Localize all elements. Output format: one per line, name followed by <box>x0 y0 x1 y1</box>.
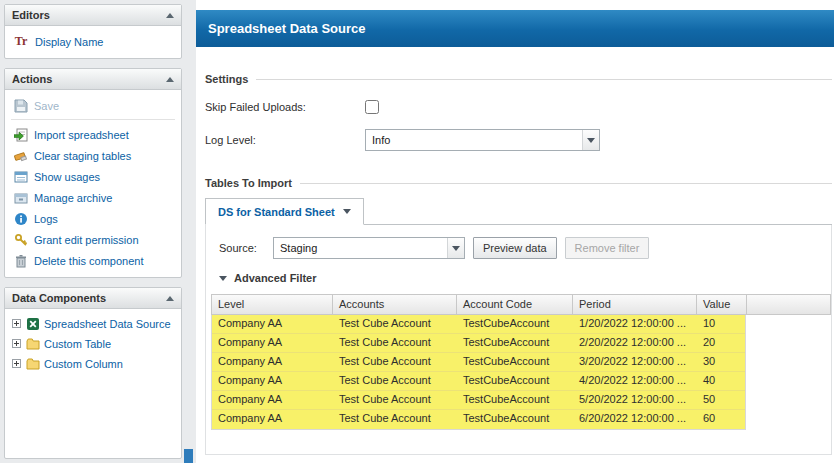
settings-section-title: Settings <box>205 73 248 85</box>
expander-down-icon <box>219 276 227 281</box>
cell-level: Company AA <box>212 410 333 429</box>
column-header-filler <box>747 295 830 314</box>
sidebar: Editors Tr Display Name Actions Save <box>0 0 196 463</box>
data-components-panel-body: Spreadsheet Data Source Custom Table Cus <box>5 309 181 380</box>
tree-item-custom-column[interactable]: Custom Column <box>5 354 181 374</box>
table-row[interactable]: Company AA Test Cube Account TestCubeAcc… <box>212 334 745 353</box>
table-row[interactable]: Company AA Test Cube Account TestCubeAcc… <box>212 353 745 372</box>
action-label[interactable]: Import spreadsheet <box>34 129 129 141</box>
folder-icon <box>25 357 40 371</box>
divider <box>256 79 832 80</box>
tab-ds-for-standard-sheet[interactable]: DS for Standard Sheet <box>205 198 364 225</box>
chevron-down-icon[interactable] <box>343 209 351 214</box>
chevron-down-icon[interactable] <box>582 130 599 150</box>
skip-failed-uploads-label: Skip Failed Uploads: <box>205 101 365 113</box>
action-logs[interactable]: Logs <box>5 208 181 229</box>
log-level-select[interactable]: Info <box>365 129 600 151</box>
editors-panel-header[interactable]: Editors <box>5 5 181 26</box>
tr-text-icon: Tr <box>13 34 29 49</box>
collapse-icon[interactable] <box>166 296 174 301</box>
source-select[interactable]: Staging <box>273 237 465 259</box>
expand-plus-icon[interactable] <box>12 338 21 350</box>
editor-item-display-name[interactable]: Tr Display Name <box>5 31 181 52</box>
tab-content-panel: Source: Staging Preview data Remove filt… <box>205 225 832 455</box>
page-title: Spreadsheet Data Source <box>208 21 366 36</box>
log-level-row: Log Level: Info <box>205 129 834 151</box>
collapse-icon[interactable] <box>166 77 174 82</box>
actions-panel-title: Actions <box>12 73 52 85</box>
editors-panel-body: Tr Display Name <box>5 26 181 58</box>
page-title-bar: Spreadsheet Data Source <box>196 10 834 47</box>
eraser-icon <box>13 149 28 163</box>
chevron-down-icon[interactable] <box>447 238 464 258</box>
tree-item-custom-table[interactable]: Custom Table <box>5 334 181 354</box>
advanced-filter-label: Advanced Filter <box>234 272 317 284</box>
tree-item-label[interactable]: Custom Table <box>44 338 111 350</box>
folder-icon <box>25 337 40 351</box>
collapse-icon[interactable] <box>166 13 174 18</box>
actions-panel-header[interactable]: Actions <box>5 69 181 90</box>
action-import-spreadsheet[interactable]: Import spreadsheet <box>5 124 181 145</box>
column-header-account-code[interactable]: Account Code <box>457 295 573 314</box>
action-manage-archive[interactable]: Manage archive <box>5 187 181 208</box>
column-header-accounts[interactable]: Accounts <box>333 295 457 314</box>
action-grant-edit-permission[interactable]: Grant edit permission <box>5 229 181 250</box>
main-area: Spreadsheet Data Source Settings Skip Fa… <box>196 0 836 463</box>
cell-account-code: TestCubeAccount <box>457 372 573 390</box>
tables-to-import-section-header: Tables To Import <box>205 177 834 189</box>
action-label[interactable]: Manage archive <box>34 192 112 204</box>
action-clear-staging-tables[interactable]: Clear staging tables <box>5 145 181 166</box>
action-label[interactable]: Logs <box>34 213 58 225</box>
cell-account-code: TestCubeAccount <box>457 391 573 409</box>
divider <box>11 119 175 120</box>
data-components-panel-header[interactable]: Data Components <box>5 288 181 309</box>
advanced-filter-toggle[interactable]: Advanced Filter <box>206 272 831 284</box>
settings-section-header: Settings <box>205 73 834 85</box>
splitter-grip[interactable] <box>184 449 193 463</box>
editor-item-label[interactable]: Display Name <box>35 36 103 48</box>
tree-item-spreadsheet-data-source[interactable]: Spreadsheet Data Source <box>5 314 181 334</box>
expand-plus-icon[interactable] <box>12 358 21 370</box>
table-row[interactable]: Company AA Test Cube Account TestCubeAcc… <box>212 372 745 391</box>
save-button[interactable]: Save <box>5 95 181 116</box>
main-content: Settings Skip Failed Uploads: Log Level:… <box>196 47 834 463</box>
expand-plus-icon[interactable] <box>12 318 21 330</box>
remove-filter-button[interactable]: Remove filter <box>565 237 650 259</box>
source-label: Source: <box>219 242 265 254</box>
cell-accounts: Test Cube Account <box>333 372 457 390</box>
cell-accounts: Test Cube Account <box>333 410 457 429</box>
action-label[interactable]: Grant edit permission <box>34 234 139 246</box>
column-header-level[interactable]: Level <box>212 295 333 314</box>
table-row[interactable]: Company AA Test Cube Account TestCubeAcc… <box>212 315 745 334</box>
tables-tabstrip: DS for Standard Sheet <box>205 198 832 225</box>
actions-panel-body: Save Import spreadsheet Clear staging ta… <box>5 90 181 277</box>
source-value: Staging <box>274 242 447 254</box>
table-row[interactable]: Company AA Test Cube Account TestCubeAcc… <box>212 410 745 429</box>
grid-body: Company AA Test Cube Account TestCubeAcc… <box>211 315 746 430</box>
column-header-value[interactable]: Value <box>697 295 747 314</box>
tree-item-label[interactable]: Custom Column <box>44 358 123 370</box>
cell-value: 20 <box>697 334 747 352</box>
cell-value: 40 <box>697 372 747 390</box>
tree-item-label[interactable]: Spreadsheet Data Source <box>44 318 171 330</box>
preview-data-button[interactable]: Preview data <box>473 237 557 259</box>
tables-to-import-title: Tables To Import <box>205 177 292 189</box>
actions-panel: Actions Save Import spreadsheet <box>4 68 182 278</box>
action-label[interactable]: Show usages <box>34 171 100 183</box>
skip-failed-uploads-checkbox[interactable] <box>365 100 379 114</box>
cell-level: Company AA <box>212 315 333 333</box>
info-circle-icon <box>13 212 28 226</box>
action-show-usages[interactable]: Show usages <box>5 166 181 187</box>
skip-failed-uploads-row: Skip Failed Uploads: <box>205 96 834 118</box>
column-header-period[interactable]: Period <box>573 295 697 314</box>
cell-value: 60 <box>697 410 747 429</box>
cell-period: 1/20/2022 12:00:00 ... <box>573 315 697 333</box>
cell-period: 6/20/2022 12:00:00 ... <box>573 410 697 429</box>
action-label[interactable]: Delete this component <box>34 255 143 267</box>
table-row[interactable]: Company AA Test Cube Account TestCubeAcc… <box>212 391 745 410</box>
editors-panel: Editors Tr Display Name <box>4 4 182 59</box>
action-delete-this-component[interactable]: Delete this component <box>5 250 181 271</box>
cell-level: Company AA <box>212 353 333 371</box>
cell-account-code: TestCubeAccount <box>457 410 573 429</box>
action-label[interactable]: Clear staging tables <box>34 150 131 162</box>
